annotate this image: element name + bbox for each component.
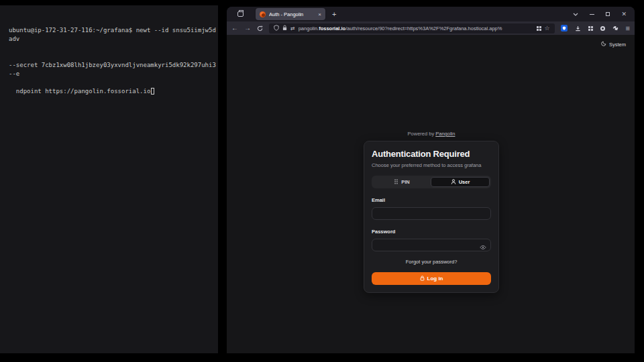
tab-pin[interactable]: PIN (373, 177, 431, 187)
menu-icon[interactable]: ≡ (626, 25, 630, 32)
terminal-line: ndpoint https://pangolin.fossorial.io (16, 88, 150, 95)
moon-icon (601, 41, 606, 48)
containers-icon[interactable] (537, 26, 541, 31)
auth-method-tabs: PIN User (372, 176, 491, 188)
login-button[interactable]: Log in (372, 272, 491, 285)
pangolin-favicon-icon (260, 11, 266, 17)
extensions-puzzle-icon[interactable] (612, 22, 619, 34)
tab-pin-label: PIN (401, 179, 410, 185)
tab-user[interactable]: User (431, 177, 490, 187)
theme-toggle[interactable]: System (601, 41, 626, 48)
tab-auth-pangolin[interactable]: Auth - Pangolin × (256, 8, 325, 20)
powered-by: Powered by Pangolin (364, 131, 499, 137)
show-password-icon[interactable] (480, 241, 486, 253)
card-subtitle: Choose your preferred method to access g… (372, 162, 491, 168)
maximize-button[interactable] (606, 12, 610, 16)
terminal-cursor (151, 88, 154, 95)
shield-icon[interactable] (274, 25, 279, 32)
email-label: Email (372, 197, 491, 203)
reload-button[interactable] (257, 22, 263, 34)
url-bar[interactable]: ⇄ pangolin.fossorial.io/auth/resource/90… (269, 23, 555, 34)
account-icon[interactable] (600, 26, 605, 31)
back-button[interactable]: ← (231, 25, 238, 32)
new-tab-button[interactable]: + (332, 10, 336, 18)
url-text[interactable]: pangolin.fossorial.io/auth/resource/90?r… (299, 25, 533, 32)
theme-label: System (609, 42, 626, 48)
browser-window: Auth - Pangolin × + ✕ ← → ⇄ pangol (227, 7, 635, 353)
permissions-icon[interactable]: ⇄ (290, 25, 295, 32)
password-manager-extension-icon[interactable] (561, 25, 568, 32)
terminal-line: ubuntu@ip-172-31-27-116:~/grafana$ newt … (9, 26, 217, 44)
login-button-label: Log in (427, 276, 443, 282)
minimize-button[interactable] (590, 14, 594, 15)
tab-bar: Auth - Pangolin × + ✕ (227, 7, 635, 21)
password-field[interactable] (372, 239, 491, 251)
apps-grid-icon[interactable] (588, 26, 593, 31)
close-tab-icon[interactable]: × (318, 11, 321, 17)
page-content: System Powered by Pangolin Authenticatio… (227, 35, 635, 353)
tab-user-label: User (459, 179, 470, 185)
pangolin-link[interactable]: Pangolin (435, 131, 455, 137)
firefox-view-icon[interactable] (234, 9, 246, 19)
downloads-icon[interactable] (575, 22, 581, 34)
bookmark-star-icon[interactable]: ☆ (545, 25, 550, 32)
password-label: Password (372, 229, 491, 235)
user-icon (451, 179, 456, 186)
terminal-window[interactable]: ubuntu@ip-172-31-27-116:~/grafana$ newt … (0, 5, 218, 353)
forgot-password-link[interactable]: Forgot your password? (372, 259, 491, 265)
auth-card: Authentication Required Choose your pref… (364, 141, 499, 293)
terminal-line: --secret 7cbz1xw08lh1jbzey03yxvndljvneam… (9, 61, 217, 78)
lock-icon (420, 276, 425, 282)
lock-icon[interactable] (282, 25, 287, 32)
email-field[interactable] (372, 207, 491, 220)
keypad-icon (394, 179, 398, 186)
tab-title: Auth - Pangolin (269, 11, 315, 17)
chevron-down-icon[interactable] (573, 13, 578, 16)
browser-toolbar: ← → ⇄ pangolin.fossorial.io/auth/resourc… (227, 21, 635, 35)
card-title: Authentication Required (372, 149, 491, 159)
window-close-button[interactable]: ✕ (621, 11, 627, 17)
forward-button[interactable]: → (244, 25, 251, 32)
